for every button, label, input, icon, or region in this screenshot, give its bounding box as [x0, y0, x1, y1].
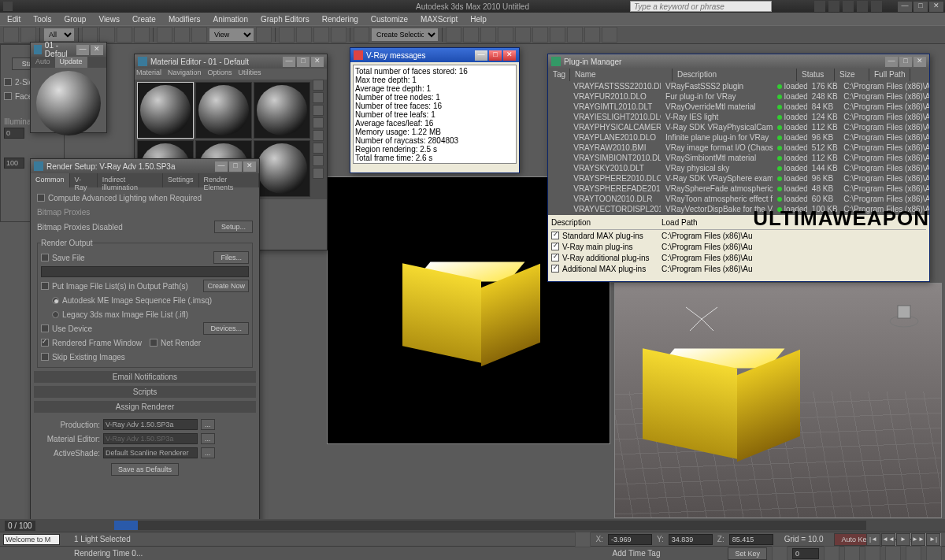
curve-editor-icon[interactable] [498, 27, 513, 43]
material-slot[interactable] [254, 82, 310, 139]
menu-maxscript[interactable]: MAXScript [415, 15, 463, 24]
time-ruler[interactable] [114, 521, 866, 530]
files-button[interactable]: Files... [213, 251, 249, 264]
plugin-row[interactable]: VRAYSPHEREFADE2010...VRaySphereFade atmo… [548, 184, 929, 194]
plugin-row[interactable]: VRAYSKY2010.DLTVRay physical skyloaded14… [548, 163, 929, 173]
current-frame-input[interactable] [792, 548, 819, 559]
pan-icon[interactable] [885, 546, 901, 561]
pm-min-button[interactable]: — [885, 57, 898, 67]
move-icon[interactable] [157, 27, 172, 43]
menu-grapheditors[interactable]: Graph Editors [255, 15, 315, 24]
plugin-path-row[interactable]: V-Ray additional plug-insC:\Program File… [551, 252, 926, 263]
plugin-row[interactable]: VRAYGIMTL2010.DLTVRayOverrideMtl materia… [548, 102, 929, 112]
goto-start-icon[interactable]: |◄ [866, 533, 880, 546]
tab-auto[interactable]: Auto [31, 57, 55, 68]
selection-filter-drop[interactable]: All [43, 28, 75, 42]
named-sel-icon[interactable] [354, 27, 369, 43]
plugin-path-row[interactable]: Additional MAX plug-insC:\Program Files … [551, 263, 926, 274]
layers-icon[interactable] [480, 27, 496, 43]
col-path[interactable]: Full Path [869, 69, 910, 81]
render-prod-icon[interactable] [584, 27, 600, 43]
sample-uv-icon[interactable] [313, 117, 324, 128]
rs-min-button[interactable]: — [215, 161, 228, 172]
menu-rendering[interactable]: Rendering [317, 15, 364, 24]
schematic-icon[interactable] [515, 27, 531, 43]
menu-edit[interactable]: Edit [2, 15, 26, 24]
me-menu-material[interactable]: Material [136, 69, 161, 80]
ref-coord-drop[interactable]: View [209, 28, 254, 42]
illum-val100[interactable] [4, 158, 24, 169]
activeshade-renderer[interactable] [103, 447, 198, 458]
material-sphere[interactable] [36, 71, 101, 135]
tab-update[interactable]: Update [55, 57, 87, 68]
light-gizmo-icon[interactable] [678, 299, 725, 339]
legacy-radio[interactable] [52, 311, 59, 318]
star-icon[interactable] [843, 1, 854, 12]
zoom-ext-icon[interactable] [844, 546, 860, 561]
faceted-check[interactable] [4, 92, 12, 100]
two-sided-check[interactable] [4, 78, 12, 86]
snap-icon[interactable] [279, 27, 295, 43]
plugin-list[interactable]: VRAYFASTSSS22010.DLTVRayFastSSS2 pluginl… [548, 81, 929, 215]
menu-help[interactable]: Help [465, 15, 492, 24]
devices-button[interactable]: Devices... [203, 322, 249, 335]
net-render-check[interactable] [150, 339, 158, 347]
coord-y[interactable] [669, 534, 713, 545]
angle-snap-icon[interactable] [296, 27, 312, 43]
orbit-icon[interactable] [906, 546, 921, 561]
material-editor-icon[interactable] [532, 27, 548, 43]
scale-icon[interactable] [191, 27, 207, 43]
window-crossing-icon[interactable] [134, 27, 150, 43]
plugin-row[interactable]: VRAYSPHERE2010.DLOV-Ray SDK VRaySphere e… [548, 173, 929, 184]
bcol-desc[interactable]: Description [551, 218, 662, 229]
plugin-row[interactable]: VRAYSIMBIONT2010.DLTVRaySimbiontMtl mate… [548, 153, 929, 163]
select-by-mat-icon[interactable] [313, 168, 324, 179]
vray-min-button[interactable]: — [475, 50, 487, 61]
vray-max-button[interactable]: □ [489, 50, 502, 61]
lock-icon[interactable] [575, 532, 591, 547]
rendered-frame-icon[interactable] [567, 27, 583, 43]
timeline[interactable]: 0 / 100 [0, 519, 945, 532]
sample-type-icon[interactable] [313, 80, 324, 91]
me-max-button[interactable]: □ [297, 57, 309, 67]
vray-close-button[interactable]: ✕ [503, 50, 516, 61]
path-check[interactable] [551, 243, 559, 250]
path-check[interactable] [551, 232, 559, 239]
coord-z[interactable] [729, 534, 773, 545]
menu-create[interactable]: Create [127, 15, 161, 24]
material-slot[interactable] [254, 140, 310, 197]
plugin-row[interactable]: VRAYTOON2010.DLRVRayToon atmospheric eff… [548, 194, 929, 204]
key-filters-icon[interactable] [772, 546, 788, 561]
compute-adv-check[interactable] [37, 194, 45, 202]
info-icon[interactable] [828, 1, 839, 12]
path-check[interactable] [551, 265, 559, 273]
scene-cube[interactable] [639, 339, 796, 465]
rs-max-button[interactable]: □ [229, 161, 242, 172]
menu-customize[interactable]: Customize [365, 15, 413, 24]
close-button[interactable]: ✕ [929, 2, 943, 12]
time-config-icon[interactable] [824, 546, 839, 561]
setkey-button[interactable]: Set Key [728, 547, 767, 560]
output-path-input[interactable] [41, 266, 249, 277]
col-desc[interactable]: Description [673, 69, 797, 81]
goto-end-icon[interactable]: ►| [926, 533, 940, 546]
prev-frame-icon[interactable]: ◄◄ [881, 533, 895, 546]
menu-tools[interactable]: Tools [28, 15, 57, 24]
skip-existing-check[interactable] [41, 353, 49, 361]
align-icon[interactable] [463, 27, 479, 43]
activeshade-pick-button[interactable]: ... [201, 447, 215, 458]
plugin-row[interactable]: VRAYIESLIGHT2010.DLOV-Ray IES lightloade… [548, 112, 929, 122]
path-check[interactable] [551, 254, 559, 261]
rendered-frame-check[interactable] [41, 339, 49, 347]
plugin-path-row[interactable]: V-Ray main plug-insC:\Program Files (x86… [551, 241, 926, 252]
mirror-icon[interactable] [446, 27, 461, 43]
plugin-path-row[interactable]: Standard MAX plug-insC:\Program Files (x… [551, 230, 926, 241]
col-name[interactable]: Name [570, 69, 673, 81]
me-close-button[interactable]: ✕ [311, 57, 324, 67]
maxscript-mini[interactable] [3, 534, 60, 545]
bitmap-setup-button[interactable]: Setup... [214, 221, 253, 233]
comm-icon[interactable] [857, 1, 868, 12]
pivot-icon[interactable] [256, 27, 272, 43]
vray-log[interactable]: Total number of faces stored: 16Max tree… [353, 65, 517, 164]
next-frame-icon[interactable]: ►► [911, 533, 925, 546]
